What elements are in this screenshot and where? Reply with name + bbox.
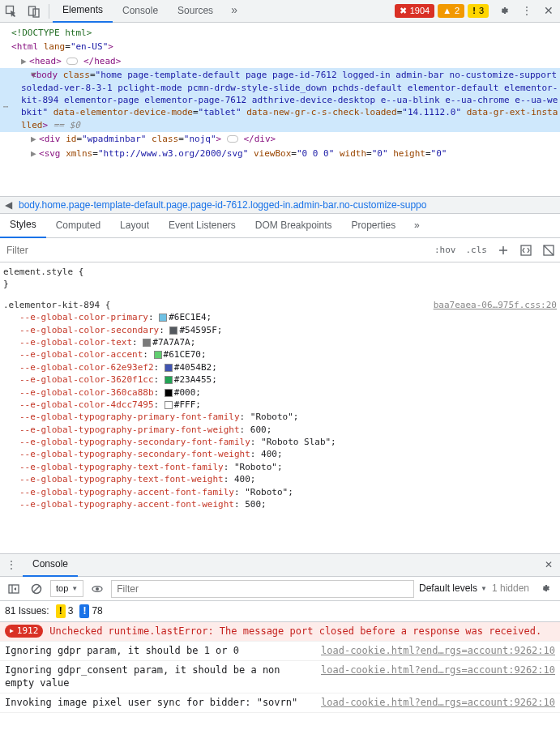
log-message: Ignoring gdpr_consent param, it should b… [5,664,321,691]
css-property[interactable]: --e-global-typography-text-font-weight: … [19,473,557,485]
div-wpadminbar-node[interactable]: ▶<div id="wpadminbar" class="nojq"> </di… [0,132,560,146]
expand-dots-icon[interactable]: ⋯ [0,100,11,113]
css-property[interactable]: --e-global-color-secondary: #54595F; [19,324,557,336]
drawer-menu-icon[interactable]: ⋮ [0,555,23,576]
rule-selector[interactable]: .elementor-kit-894 { [3,299,110,311]
console-drawer: ⋮ Console ✕ top ▼ Default levels ▼ 1 hid… [0,553,560,751]
console-error-row[interactable]: 1912 Unchecked runtime.lastError: The me… [0,622,560,642]
log-message: Invoking image pixel user sync for bidde… [5,696,321,710]
close-drawer-icon[interactable]: ✕ [537,555,560,576]
ellipsis-icon[interactable] [227,135,238,143]
css-property[interactable]: --e-global-color-360ca88b: #000; [19,386,557,399]
error-count-pill[interactable]: ✖1904 [395,4,434,18]
issues-label: 81 Issues: [5,604,49,618]
css-property[interactable]: --e-global-typography-secondary-font-wei… [19,448,557,460]
more-tabs-icon[interactable]: » [223,0,246,21]
info-count-pill[interactable]: !3 [468,4,489,18]
console-log[interactable]: 1912 Unchecked runtime.lastError: The me… [0,622,560,751]
computed-styles-sidebar-icon[interactable] [515,240,537,261]
issues-info-pill[interactable]: !78 [79,604,102,618]
cls-toggle[interactable]: .cls [461,244,493,256]
css-property[interactable]: --e-global-typography-primary-font-famil… [19,411,557,423]
tab-event-listeners[interactable]: Event Listeners [159,214,246,238]
tab-sources[interactable]: Sources [168,0,223,23]
console-log-row[interactable]: Ignoring gdpr_consent param, it should b… [0,661,560,694]
console-settings-icon[interactable] [534,578,555,600]
device-toggle-icon[interactable] [23,1,45,22]
toggle-rendering-icon[interactable] [537,240,560,261]
warning-count-pill[interactable]: ▲2 [438,4,464,18]
css-property[interactable]: --e-global-typography-primary-font-weigh… [19,424,557,436]
dom-breadcrumb[interactable]: ◀ body.home.page-template-default.page.p… [0,196,560,214]
error-repeat-badge: 1912 [5,625,43,638]
drawer-tab-console[interactable]: Console [23,554,78,577]
source-link[interactable]: baa7eaea-06…975f.css:20 [434,299,557,311]
breadcrumb-path[interactable]: body.home.page-template-default.page.pag… [19,198,426,212]
css-property[interactable]: --e-global-color-accent: #61CE70; [19,348,557,361]
issues-row[interactable]: 81 Issues: !3 !78 [0,601,560,622]
issues-warn-pill[interactable]: !3 [56,604,74,618]
hover-toggle[interactable]: :hov [430,244,461,256]
context-selector[interactable]: top ▼ [50,580,83,597]
new-style-rule-icon[interactable] [492,240,515,261]
html-open-tag[interactable]: <html lang="en-US"> [0,40,560,53]
styles-filter-row: :hov .cls [0,238,560,262]
css-property[interactable]: --e-global-color-text: #7A7A7A; [19,336,557,348]
rule-element-style[interactable]: element.style { } [3,266,557,291]
css-property[interactable]: --e-global-typography-text-font-family: … [19,461,557,473]
source-link[interactable]: load-cookie.html?end…rgs=account:9262:10 [321,664,555,677]
svg-rect-1 [29,6,36,15]
css-property[interactable]: --e-global-color-62e93ef2: #4054B2; [19,361,557,373]
tab-console[interactable]: Console [113,0,168,23]
head-node[interactable]: ▶<head> </head> [0,54,560,68]
css-property[interactable]: --e-global-typography-accent-font-family… [19,486,557,498]
devtools-toolbar: Elements Console Sources » ✖1904 ▲2 !3 ⋮… [0,0,560,23]
inspect-icon[interactable] [0,1,23,22]
console-log-row[interactable]: Ignoring gdpr param, it should be 1 or 0… [0,642,560,661]
css-property[interactable]: --e-global-color-4dcc7495: #FFF; [19,399,557,411]
console-filter-input[interactable] [111,580,414,598]
tab-elements[interactable]: Elements [53,0,113,23]
live-expression-icon[interactable] [88,578,106,600]
main-tabs: Elements Console Sources » [53,0,246,23]
source-link[interactable]: load-cookie.html?end…rgs=account:9262:10 [321,644,555,658]
console-sidebar-toggle-icon[interactable] [5,578,23,600]
tab-styles[interactable]: Styles [0,214,46,238]
settings-icon[interactable] [492,1,515,22]
styles-filter-input[interactable] [0,239,430,262]
tab-computed[interactable]: Computed [46,214,110,238]
breadcrumb-scroll-left-icon[interactable]: ◀ [5,198,12,212]
css-property[interactable]: --e-global-typography-accent-font-weight… [19,498,557,510]
styles-pane-tabs: Styles Computed Layout Event Listeners D… [0,214,560,238]
tab-dom-breakpoints[interactable]: DOM Breakpoints [246,214,342,238]
tab-properties[interactable]: Properties [342,214,406,238]
kebab-menu-icon[interactable]: ⋮ [515,1,537,22]
dom-tree[interactable]: ⋯ <!DOCTYPE html> <html lang="en-US"> ▶<… [0,23,560,196]
error-message: Unchecked runtime.lastError: The message… [49,625,555,638]
console-log-row[interactable]: Invoking image pixel user sync for bidde… [0,693,560,713]
css-property[interactable]: --e-global-color-primary: #6EC1E4; [19,311,557,323]
log-levels-selector[interactable]: Default levels ▼ [419,582,487,595]
hidden-count[interactable]: 1 hidden [492,582,529,595]
css-property[interactable]: --e-global-typography-secondary-font-fam… [19,436,557,448]
clear-console-icon[interactable] [28,578,45,600]
body-node-selected[interactable]: ▼<body class="home page-template-default… [0,68,560,132]
tab-layout[interactable]: Layout [110,214,159,238]
source-link[interactable]: load-cookie.html?end…rgs=account:9262:10 [321,696,555,710]
ellipsis-icon[interactable] [66,58,78,65]
more-styles-tabs-icon[interactable]: » [405,215,428,237]
doctype-node[interactable]: <!DOCTYPE html> [11,28,92,38]
styles-rules[interactable]: element.style { } .elementor-kit-894 { b… [0,262,560,553]
css-property[interactable]: --e-global-color-3620f1cc: #23A455; [19,373,557,386]
close-devtools-icon[interactable]: ✕ [537,1,560,22]
log-message: Ignoring gdpr param, it should be 1 or 0 [5,644,321,658]
svg-node[interactable]: ▶<svg xmlns="http://www.w3.org/2000/svg"… [0,147,560,160]
svg-point-8 [96,587,99,591]
rule-elementor-kit[interactable]: .elementor-kit-894 { baa7eaea-06…975f.cs… [3,299,557,511]
